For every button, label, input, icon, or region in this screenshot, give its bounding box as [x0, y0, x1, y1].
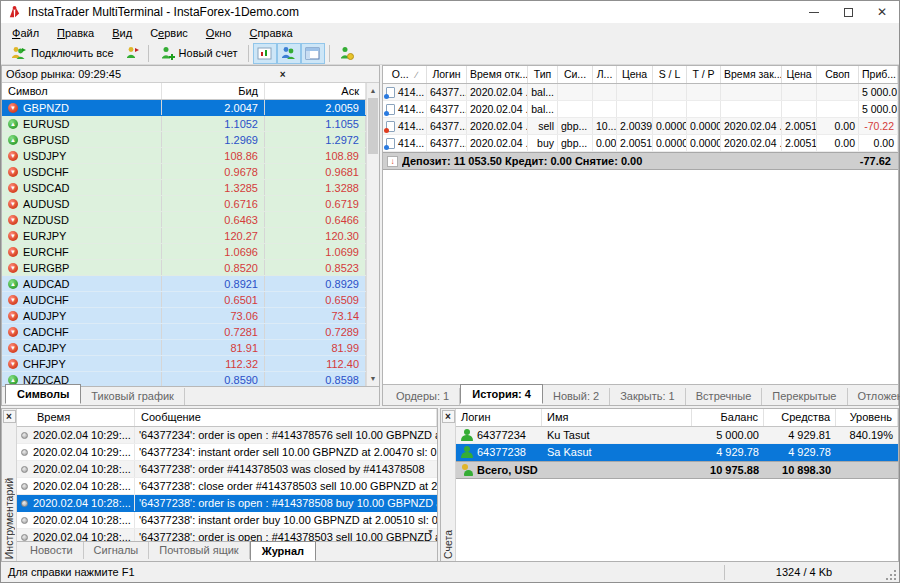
doc-blue-icon: [386, 104, 395, 115]
order-cell: bal...: [528, 84, 558, 100]
journal-time: 2020.02.04 10:28:...: [17, 478, 135, 494]
journal-row[interactable]: 2020.02.04 10:28:...'64377238': order is…: [17, 529, 437, 541]
history-col-header[interactable]: Тип: [528, 66, 558, 83]
symbol-row-nzdusd[interactable]: ▼NZDUSD0.64630.6466: [2, 212, 366, 228]
menu-service[interactable]: Сервис: [141, 25, 197, 41]
market-watch-col-header[interactable]: Символ: [2, 83, 162, 99]
symbol-row-eurgbp[interactable]: ▼EURGBP0.85200.8523: [2, 260, 366, 276]
toolbox-tab-news[interactable]: Новости: [20, 542, 84, 559]
order-row[interactable]: 414...64377...2020.02.04 ...sellgbp...10…: [383, 118, 898, 135]
symbol-row-audchf[interactable]: ▼AUDCHF0.65010.6509: [2, 292, 366, 308]
symbol-row-usdcad[interactable]: ▼USDCAD1.32851.3288: [2, 180, 366, 196]
ask-value: 0.8598: [265, 372, 366, 387]
journal-row[interactable]: 2020.02.04 10:29:...'64377234': instant …: [17, 444, 437, 461]
history-tab-history[interactable]: История: 4: [460, 384, 543, 404]
log-bullet-icon: [21, 534, 28, 541]
history-col-header[interactable]: Своп: [817, 66, 859, 83]
history-col-header[interactable]: О...∕: [383, 66, 427, 83]
history-col-header[interactable]: Цена: [617, 66, 653, 83]
menu-window[interactable]: Окно: [197, 25, 241, 41]
history-tab-orders[interactable]: Ордеры: 1: [386, 388, 460, 405]
account-row-64377238[interactable]: 64377238Sa Kasut4 929.784 929.78: [456, 444, 898, 461]
symbol-row-eurusd[interactable]: ▲EURUSD1.10521.1055: [2, 116, 366, 132]
account-settings-button[interactable]: [334, 43, 358, 64]
order-row[interactable]: 414...64377...2020.02.04 ...bal...5 000.…: [383, 101, 898, 118]
scroll-up-icon[interactable]: ▲: [367, 84, 379, 97]
history-col-header[interactable]: Логин: [427, 66, 467, 83]
history-col-header[interactable]: Цена: [782, 66, 817, 83]
history-col-header[interactable]: T / P: [687, 66, 721, 83]
history-col-header[interactable]: Л...: [593, 66, 617, 83]
symbol-row-audcad[interactable]: ▲AUDCAD0.89210.8929: [2, 276, 366, 292]
menu-file[interactable]: Файл: [3, 25, 48, 41]
symbol-row-chfjpy[interactable]: ▼CHFJPY112.32112.40: [2, 356, 366, 372]
symbol-row-gbpnzd[interactable]: ▼GBPNZD2.00472.0059: [2, 100, 366, 116]
history-tab-new[interactable]: Новый: 2: [543, 388, 610, 405]
scroll-down-icon[interactable]: ▼: [424, 525, 437, 538]
symbol-row-audjpy[interactable]: ▼AUDJPY73.0673.14: [2, 308, 366, 324]
history-col-header[interactable]: Время зак...: [721, 66, 782, 83]
accounts-toggle[interactable]: [277, 43, 301, 64]
market-watch-header: СимволБидАск: [2, 83, 366, 100]
journal-time: 2020.02.04 10:29:...: [17, 427, 135, 443]
scrollbar-thumb[interactable]: [368, 98, 378, 154]
close-button[interactable]: ✕: [865, 1, 899, 23]
new-account-button[interactable]: Новый счет: [153, 43, 244, 64]
minimize-button[interactable]: [797, 1, 831, 23]
market-watch-close-icon[interactable]: ×: [191, 69, 376, 80]
history-tab-pending[interactable]: Отложенный: 1: [848, 388, 900, 405]
history-tab-counter[interactable]: Встречные: [686, 388, 763, 405]
symbol-row-gbpusd[interactable]: ▲GBPUSD1.29691.2972: [2, 132, 366, 148]
symbol-row-eurchf[interactable]: ▼EURCHF1.06961.0699: [2, 244, 366, 260]
toolbox-tab-journal[interactable]: Журнал: [250, 541, 316, 561]
ask-value: 1.1055: [265, 116, 366, 131]
account-row-64377234[interactable]: 64377234Ku Tasut5 000.004 929.81840.19%: [456, 427, 898, 444]
symbol-row-cadchf[interactable]: ▼CADCHF0.72810.7289: [2, 324, 366, 340]
journal-row[interactable]: 2020.02.04 10:28:...'64377238': order is…: [17, 495, 437, 512]
statusbar: Для справки нажмите F1 1324 / 4 Kb: [1, 561, 899, 582]
history-col-header[interactable]: Приб...: [859, 66, 898, 83]
connect-all-button[interactable]: Подключить все: [4, 43, 120, 64]
order-cell: 0.0000: [653, 135, 687, 151]
journal-time: 2020.02.04 10:29:...: [17, 444, 135, 460]
toolbox-toggle[interactable]: [301, 43, 325, 64]
order-row[interactable]: 414...64377...2020.02.04 ...bal...5 000.…: [383, 84, 898, 101]
order-row[interactable]: 414...64377...2020.02.04 ...buygbp...0.0…: [383, 135, 898, 152]
menu-edit[interactable]: Правка: [48, 25, 103, 41]
symbol-row-usdchf[interactable]: ▼USDCHF0.96780.9681: [2, 164, 366, 180]
resize-grip-icon[interactable]: [883, 562, 899, 583]
trend-down-icon: ▼: [8, 295, 18, 305]
journal-row[interactable]: 2020.02.04 10:28:...'64377238': instant …: [17, 512, 437, 529]
market-watch-tab-tick-chart[interactable]: Тиковый график: [81, 388, 185, 405]
journal-row[interactable]: 2020.02.04 10:28:...'64377238': close or…: [17, 478, 437, 495]
history-col-header[interactable]: Время отк...: [467, 66, 528, 83]
toolbox-close-icon[interactable]: ×: [3, 410, 16, 423]
symbol-row-eurjpy[interactable]: ▼EURJPY120.27120.30: [2, 228, 366, 244]
market-watch-col-header[interactable]: Аск: [265, 83, 366, 99]
market-watch-scrollbar[interactable]: ▲ ▼: [366, 83, 379, 386]
journal-scrollbar[interactable]: ▲ ▼: [424, 427, 437, 541]
journal-row[interactable]: 2020.02.04 10:29:...'64377234': order is…: [17, 427, 437, 444]
menu-help[interactable]: Справка: [240, 25, 301, 41]
scroll-down-icon[interactable]: ▼: [367, 372, 379, 385]
maximize-button[interactable]: [831, 1, 865, 23]
history-tab-close[interactable]: Закрыть: 1: [610, 388, 686, 405]
symbol-row-audusd[interactable]: ▼AUDUSD0.67160.6719: [2, 196, 366, 212]
toolbar-separator: [248, 45, 249, 62]
toolbox-tab-mailbox[interactable]: Почтовый ящик: [149, 542, 249, 559]
order-cell: 0.00: [817, 135, 859, 151]
account-person-icon: [461, 446, 473, 458]
history-col-header[interactable]: S / L: [653, 66, 687, 83]
market-watch-col-header[interactable]: Бид: [162, 83, 265, 99]
journal-row[interactable]: 2020.02.04 10:28:...'64377238': order #4…: [17, 461, 437, 478]
menu-view[interactable]: Вид: [103, 25, 141, 41]
market-watch-tab-symbols[interactable]: Символы: [5, 384, 81, 404]
symbol-row-cadjpy[interactable]: ▼CADJPY81.9181.99: [2, 340, 366, 356]
history-col-header[interactable]: Си...: [558, 66, 593, 83]
market-watch-toggle[interactable]: [253, 43, 277, 64]
history-tab-overlapped[interactable]: Перекрытые: [762, 388, 847, 405]
accounts-close-icon[interactable]: ×: [442, 410, 455, 423]
symbol-row-usdjpy[interactable]: ▼USDJPY108.86108.89: [2, 148, 366, 164]
toolbox-tab-signals[interactable]: Сигналы: [84, 542, 150, 559]
disconnect-all-button[interactable]: [120, 43, 144, 64]
